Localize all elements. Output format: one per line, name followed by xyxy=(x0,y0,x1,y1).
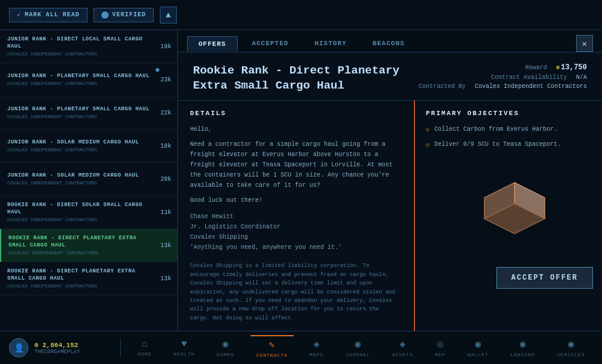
contracted-by-label: Contracted By xyxy=(419,83,466,90)
contract-item-reward: 19k xyxy=(160,43,171,50)
reward-amount: ⊕13,750 xyxy=(556,63,587,72)
reward-row: Reward ⊕13,750 xyxy=(525,63,587,72)
contract-item-company: Covalex Independent Contractors xyxy=(7,180,170,186)
details-panel: Details Hello, Need a contractor for a s… xyxy=(178,101,415,331)
tab-beacons[interactable]: Beacons xyxy=(361,36,416,51)
nav-item-vehicles[interactable]: ◉ Vehicles xyxy=(551,336,591,360)
auec-icon: ⊕ xyxy=(556,64,560,71)
contract-item-company: Covalex Independent Contractors xyxy=(7,217,170,222)
nav-item-home[interactable]: ⌂ Home xyxy=(131,336,157,359)
contract-item-company: Covalex Independent Contractors xyxy=(8,250,170,256)
mark-all-read-button[interactable]: ✓ Mark All Read xyxy=(9,8,87,22)
objectives-panel: Primary Objectives ◇ Collect Carbon from… xyxy=(415,101,602,331)
nav-label-contracts: Contracts xyxy=(256,353,288,358)
tab-accepted[interactable]: Accepted xyxy=(241,36,300,51)
contract-item-title: Junior Rank - Direct Local Small Cargo H… xyxy=(7,36,170,50)
nav-item-maps[interactable]: ◈ Maps xyxy=(303,336,329,360)
nav-item-assets[interactable]: ◈ Assets xyxy=(386,336,419,360)
contract-header: Rookie Rank - Direct Planetary Extra Sma… xyxy=(178,52,602,101)
availability-row: Contract Availability N/A xyxy=(491,74,587,81)
availability-label: Contract Availability xyxy=(491,74,567,81)
contract-item[interactable]: Junior Rank - Solar Medium Cargo Haul Co… xyxy=(0,163,177,196)
nav-item-health[interactable]: ♥ Health xyxy=(168,336,201,359)
objective-text: Deliver 0/9 SCU to Teasa Spaceport. xyxy=(434,140,561,149)
nav-label-maps: Maps xyxy=(309,352,323,357)
contract-item[interactable]: Junior Rank - Planetary Small Cargo Haul… xyxy=(0,96,177,130)
contract-item-title: Junior Rank - Planetary Small Cargo Haul xyxy=(7,106,170,113)
nav-item-wallet[interactable]: ◉ Wallet xyxy=(461,336,495,360)
assets-icon: ◈ xyxy=(399,338,405,350)
greeting: Hello, xyxy=(190,124,402,134)
contract-item-reward: 13k xyxy=(160,242,171,249)
contract-meta: Reward ⊕13,750 Contract Availability N/A… xyxy=(419,63,587,90)
nav-bar: ⌂ Home ♥ Health ◉ Comms ✎ Contracts ◈ Ma… xyxy=(121,335,602,360)
contract-item-reward: 23k xyxy=(160,77,171,83)
top-bar: ✓ Mark All Read Verified ▲ xyxy=(0,0,602,30)
contract-item[interactable]: Junior Rank - Planetary Small Cargo Haul… xyxy=(0,63,177,96)
contracted-by-value: Covalex Independent Contractors xyxy=(475,83,587,90)
contract-item-title: Rookie Rank - Direct Planetary Extra Sma… xyxy=(7,268,170,282)
objective-diamond: ◇ xyxy=(426,126,429,134)
contract-item-reward: 11k xyxy=(160,209,171,216)
contract-item[interactable]: Rookie Rank - Direct Planetary Extra Sma… xyxy=(0,262,177,295)
nav-item-contracts[interactable]: ✎ Contracts xyxy=(250,335,294,360)
contract-item-company: Covalex Independent Contractors xyxy=(7,283,170,289)
contract-item-title: Junior Rank - Solar Medium Cargo Haul xyxy=(7,139,170,146)
close-button[interactable]: ✕ xyxy=(576,35,593,52)
tab-offers[interactable]: Offers xyxy=(187,36,238,51)
nav-item-comms[interactable]: ◉ Comms xyxy=(211,336,240,360)
disclaimer: Covalex Shipping is a limited liability … xyxy=(190,262,402,322)
bottom-bar: 👤 ⊕ 2,864,152 THECORGAMEPLAY ⌂ Home ♥ He… xyxy=(0,331,602,364)
details-section-title: Details xyxy=(190,110,402,117)
rep-icon: ◎ xyxy=(437,338,443,350)
availability-value: N/A xyxy=(576,74,587,81)
player-info: 👤 ⊕ 2,864,152 THECORGAMEPLAY xyxy=(0,338,121,357)
nav-item-rep[interactable]: ◎ Rep xyxy=(429,336,451,360)
check-icon: ✓ xyxy=(17,11,21,19)
contract-item-reward: 18k xyxy=(160,143,171,149)
contract-item-title: Rookie Rank - Direct Solar Small Cargo H… xyxy=(7,202,170,216)
nav-item-landing[interactable]: ◉ Landing xyxy=(504,336,541,360)
objectives-list: ◇ Collect Carbon from Everus Harbor. ◇ D… xyxy=(426,125,591,149)
collapse-button[interactable]: ▲ xyxy=(160,7,177,24)
contract-item[interactable]: Junior Rank - Direct Local Small Cargo H… xyxy=(0,30,177,63)
maps-icon: ◈ xyxy=(314,338,320,350)
contract-item-company: Covalex Independent Contractors xyxy=(7,81,170,86)
player-avatar: 👤 xyxy=(9,338,28,357)
contract-item-reward: 13k xyxy=(160,275,171,282)
right-panel: OffersAcceptedHistoryBeacons✕ Rookie Ran… xyxy=(178,30,602,331)
objective-text: Collect Carbon from Everus Harbor. xyxy=(434,125,557,134)
nav-label-rep: Rep xyxy=(435,352,445,357)
nav-item-journal[interactable]: ◉ Journal xyxy=(340,336,376,360)
details-body: Hello, Need a contractor for a simple ca… xyxy=(190,124,402,253)
contract-title: Rookie Rank - Direct Planetary Extra Sma… xyxy=(193,63,416,93)
tabs-bar: OffersAcceptedHistoryBeacons✕ xyxy=(178,30,602,52)
reward-label: Reward xyxy=(525,64,547,71)
contract-item-title: Rookie Rank - Direct Planetary Extra Sma… xyxy=(8,235,170,249)
objective-item: ◇ Deliver 0/9 SCU to Teasa Spaceport. xyxy=(426,140,591,149)
map-area xyxy=(426,162,591,240)
wallet-icon: ◉ xyxy=(475,338,481,350)
contract-item-title: Junior Rank - Solar Medium Cargo Haul xyxy=(7,172,170,180)
home-icon: ⌂ xyxy=(142,339,148,350)
nav-label-assets: Assets xyxy=(392,352,413,357)
contract-item-reward: 20k xyxy=(160,176,171,183)
tab-history[interactable]: History xyxy=(303,36,358,51)
objective-diamond: ◇ xyxy=(426,141,429,149)
contract-item[interactable]: Junior Rank - Solar Medium Cargo Haul Co… xyxy=(0,130,177,163)
verified-toggle[interactable]: Verified xyxy=(93,8,154,22)
objective-item: ◇ Collect Carbon from Everus Harbor. xyxy=(426,125,591,134)
nav-label-landing: Landing xyxy=(510,352,535,357)
accept-offer-button[interactable]: Accept Offer xyxy=(496,267,593,289)
player-name: THECORGAMEPLAY xyxy=(34,349,80,355)
contract-item-title: Junior Rank - Planetary Small Cargo Haul xyxy=(7,73,170,80)
contract-item[interactable]: Rookie Rank - Direct Planetary Extra Sma… xyxy=(0,229,177,262)
contract-item[interactable]: Rookie Rank - Direct Solar Small Cargo H… xyxy=(0,196,177,229)
journal-icon: ◉ xyxy=(355,338,361,350)
contract-item-reward: 22k xyxy=(160,110,171,116)
unread-dot xyxy=(156,68,159,72)
nav-label-comms: Comms xyxy=(217,352,234,357)
landing-icon: ◉ xyxy=(520,338,526,350)
contracted-by-row: Contracted By Covalex Independent Contra… xyxy=(419,83,587,90)
content-area: Rookie Rank - Direct Planetary Extra Sma… xyxy=(178,52,602,331)
